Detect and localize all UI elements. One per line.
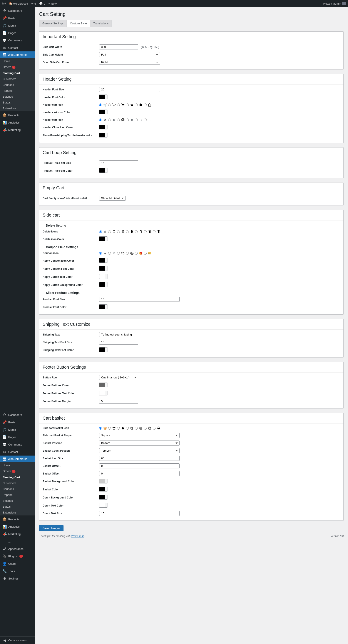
cart-icon-radio-6[interactable]: [144, 104, 147, 106]
sub-settings2[interactable]: Settings: [0, 498, 35, 504]
sidebar-marketing[interactable]: 📣Marketing: [0, 126, 35, 134]
sub-coupons[interactable]: Coupons: [0, 82, 35, 88]
close-icon-radio-3[interactable]: [117, 118, 120, 121]
height-select[interactable]: Full: [99, 52, 160, 57]
pt-color[interactable]: [99, 168, 107, 173]
coupon-radio-5[interactable]: [135, 252, 138, 255]
delete-radio-7[interactable]: [153, 230, 156, 233]
sub-home2[interactable]: Home: [0, 462, 35, 468]
updates-link[interactable]: ⟳ 6: [31, 2, 36, 5]
sidebar-pages[interactable]: 📄Pages: [0, 29, 35, 36]
basket-radio-2[interactable]: [108, 427, 111, 430]
basket-shape-select[interactable]: Square: [99, 433, 180, 438]
header-font-size-input[interactable]: [99, 87, 160, 92]
basket-icon-size-input[interactable]: [99, 456, 180, 461]
sidebar-marketing2[interactable]: 📣Marketing: [0, 530, 35, 538]
prod-font-color[interactable]: [99, 304, 107, 309]
close-icon-radio-1[interactable]: [99, 118, 102, 121]
delete-radio-2[interactable]: [108, 230, 111, 233]
save-button[interactable]: Save changes: [39, 525, 63, 531]
footer-margin-input[interactable]: [99, 399, 138, 404]
sub-extensions[interactable]: Extensions: [0, 106, 35, 111]
delete-radio-6[interactable]: [144, 230, 147, 233]
cart-icon-radio-3[interactable]: [117, 104, 120, 106]
apply-icon-color[interactable]: [99, 258, 107, 263]
basket-radio-1[interactable]: [99, 427, 102, 430]
swatch-toggle[interactable]: [105, 94, 107, 99]
sidebar-dashboard2[interactable]: ⏲Dashboard: [0, 411, 35, 418]
cart-icon-radio-5[interactable]: [135, 104, 138, 106]
empty-select[interactable]: Show All Detail: [99, 196, 126, 201]
shipping-size-input[interactable]: [99, 340, 138, 345]
close-icon-color[interactable]: [99, 124, 107, 130]
sidebar-posts[interactable]: 📌Posts: [0, 14, 35, 22]
site-link[interactable]: 🏠 wordpress4: [9, 2, 28, 5]
cart-icon-color[interactable]: [99, 110, 107, 114]
basket-offset-h-input[interactable]: [99, 471, 180, 476]
sub-reports2[interactable]: Reports: [0, 492, 35, 498]
sidebar-contact[interactable]: ✉Contact: [0, 44, 35, 52]
count-size-input[interactable]: [99, 511, 180, 516]
basket-offset-v-input[interactable]: [99, 464, 180, 468]
sub-orders2[interactable]: Orders 3: [0, 468, 35, 474]
count-pos-select[interactable]: Top Left: [99, 448, 180, 453]
footer-btn-color[interactable]: [99, 382, 107, 387]
footer-btn-text-color[interactable]: [99, 391, 107, 396]
sub-floating-cart2[interactable]: Floating Cart: [0, 474, 35, 480]
basket-radio-3[interactable]: [117, 427, 120, 430]
delete-radio-1[interactable]: [99, 230, 102, 233]
close-icon-radio-5[interactable]: [135, 118, 138, 121]
tab-translations[interactable]: Translations: [90, 20, 112, 27]
coupon-radio-3[interactable]: [117, 252, 120, 255]
sidebar-media2[interactable]: 🎵Media: [0, 426, 35, 433]
basket-color[interactable]: [99, 487, 107, 492]
sidebar-posts2[interactable]: 📌Posts: [0, 418, 35, 426]
sidebar-comments2[interactable]: 💬Comments: [0, 441, 35, 448]
comments-link[interactable]: 💬 0: [39, 2, 45, 5]
sidebar-more2[interactable]: ...: [0, 538, 35, 545]
sidebar-media[interactable]: 🎵Media: [0, 22, 35, 29]
delete-color[interactable]: [99, 236, 107, 241]
sub-status[interactable]: Status: [0, 100, 35, 106]
sidebar-tools[interactable]: 🔧Tools: [0, 567, 35, 575]
tab-custom-style[interactable]: Custom Style: [67, 20, 90, 27]
sidebar-analytics[interactable]: 📊Analytics: [0, 119, 35, 126]
sidebar-woocommerce2[interactable]: wooWooCommerce: [0, 456, 35, 462]
sidebar-settingsmenu[interactable]: ⚙Settings: [0, 575, 35, 582]
open-select[interactable]: Right: [99, 60, 160, 65]
sidebar-plugins[interactable]: 🔌Plugins 1: [0, 552, 35, 560]
basket-radio-5[interactable]: [135, 427, 138, 430]
close-icon-radio-4[interactable]: [126, 118, 129, 121]
sidebar-more[interactable]: ...: [0, 134, 35, 141]
pt-size-input[interactable]: [99, 160, 138, 165]
sidebar-pages2[interactable]: 📄Pages: [0, 433, 35, 441]
sidebar-appearance[interactable]: 🖌Appearance: [0, 545, 35, 552]
sub-extensions2[interactable]: Extensions: [0, 510, 35, 516]
wp-logo[interactable]: [2, 2, 6, 5]
account-link[interactable]: Howdy, admin: [324, 2, 346, 5]
delete-radio-3[interactable]: [117, 230, 120, 233]
coupon-radio-6[interactable]: [144, 252, 147, 255]
apply-btn-text-color[interactable]: [99, 274, 107, 279]
prod-font-size-input[interactable]: [99, 297, 180, 302]
tab-general[interactable]: General Settings: [39, 20, 67, 27]
basket-bg-color[interactable]: [99, 479, 107, 484]
shipping-text-input[interactable]: [99, 332, 138, 337]
wp-link[interactable]: WordPress: [71, 535, 84, 538]
basket-pos-select[interactable]: Bottom: [99, 440, 180, 446]
sidebar-comments[interactable]: 💬Comments: [0, 36, 35, 44]
sidebar-woocommerce[interactable]: wooWooCommerce: [0, 52, 35, 58]
sub-status2[interactable]: Status: [0, 504, 35, 510]
header-font-color[interactable]: [99, 94, 107, 99]
delete-radio-4[interactable]: [126, 230, 129, 233]
new-link[interactable]: + New: [48, 2, 57, 5]
count-text-color[interactable]: [99, 503, 107, 508]
coupon-radio-4[interactable]: [126, 252, 129, 255]
sidebar-analytics2[interactable]: 📊Analytics: [0, 523, 35, 530]
collapse-menu[interactable]: ◀Collapse menu: [0, 636, 35, 644]
shipping-color[interactable]: [99, 347, 107, 352]
count-bg-color[interactable]: [99, 495, 107, 500]
sidebar-contact2[interactable]: ✉Contact: [0, 448, 35, 456]
sub-reports[interactable]: Reports: [0, 88, 35, 94]
apply-font-color[interactable]: [99, 266, 107, 271]
